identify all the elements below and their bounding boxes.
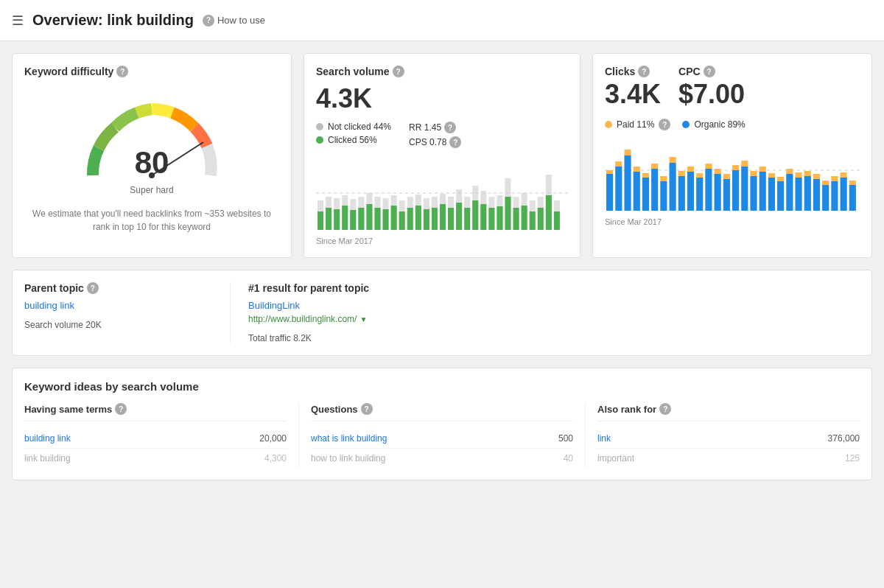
paid-legend: Paid 11% ? (605, 119, 670, 130)
keyword-link[interactable]: link building (24, 453, 71, 463)
svg-rect-48 (497, 206, 502, 230)
svg-rect-114 (831, 181, 838, 211)
svg-rect-14 (358, 208, 364, 230)
svg-rect-116 (841, 178, 847, 211)
site-url-link[interactable]: http://www.buildinglink.com/ (248, 314, 357, 324)
result-title: #1 result for parent topic (248, 282, 860, 294)
svg-rect-79 (670, 157, 676, 163)
ki-col-same-terms-title: Having same terms ? (24, 403, 287, 421)
paid-dot (605, 121, 612, 128)
svg-rect-76 (660, 181, 667, 211)
svg-rect-20 (383, 209, 389, 230)
how-to-use-label: How to use (217, 15, 265, 26)
svg-rect-64 (606, 174, 613, 211)
svg-rect-89 (715, 169, 721, 174)
cc-since-label: Since Mar 2017 (605, 217, 860, 226)
svg-rect-22 (391, 206, 397, 230)
parent-right: #1 result for parent topic BuildingLink … (231, 282, 860, 343)
ki-columns: Having same terms ? building link 20,000… (24, 403, 860, 468)
svg-rect-115 (831, 176, 838, 181)
clicked-legend: Clicked 56% (316, 135, 391, 145)
svg-rect-8 (334, 209, 340, 230)
svg-rect-30 (424, 209, 429, 230)
svg-rect-58 (538, 208, 544, 230)
parent-left: Parent topic ? building link Search volu… (24, 282, 231, 343)
svg-rect-102 (777, 181, 784, 211)
sv-value: 4.3K (316, 83, 568, 114)
cpc-item: CPC ? $7.00 (678, 66, 745, 110)
cc-numbers: Clicks ? 3.4K CPC ? $7.00 (605, 66, 860, 110)
paid-help-icon[interactable]: ? (659, 119, 670, 130)
svg-rect-90 (723, 179, 730, 211)
page-title: Overview: link building (32, 12, 194, 29)
parent-topic-card: Parent topic ? building link Search volu… (12, 270, 872, 356)
svg-rect-84 (696, 178, 703, 211)
keyword-link[interactable]: how to link building (311, 453, 385, 463)
svg-rect-56 (530, 211, 536, 230)
hamburger-icon[interactable]: ☰ (12, 13, 24, 29)
cps-row: CPS 0.78 ? (409, 136, 461, 148)
svg-rect-74 (651, 169, 658, 211)
svg-rect-103 (777, 177, 784, 181)
svg-rect-50 (505, 197, 511, 230)
svg-rect-65 (606, 170, 613, 174)
parent-keyword-link[interactable]: building link (24, 300, 74, 311)
keyword-link[interactable]: building link (24, 433, 71, 444)
how-to-use-icon: ? (203, 15, 214, 27)
svg-rect-96 (750, 176, 757, 211)
clicks-help-icon[interactable]: ? (638, 66, 650, 77)
svg-rect-101 (768, 173, 775, 178)
keyword-volume: 125 (845, 453, 860, 463)
svg-rect-107 (795, 172, 801, 178)
keyword-volume: 40 (564, 453, 573, 463)
keyword-volume: 4,300 (264, 453, 287, 463)
svg-rect-99 (760, 167, 766, 172)
svg-rect-4 (318, 211, 323, 230)
keyword-link[interactable]: what is link building (311, 433, 387, 444)
site-name-link[interactable]: BuildingLink (248, 300, 300, 311)
sv-right-stats: RR 1.45 ? CPS 0.78 ? (409, 122, 461, 151)
svg-rect-111 (813, 174, 820, 179)
list-item: what is link building 500 (311, 429, 573, 449)
kd-help-icon[interactable]: ? (116, 66, 128, 77)
cps-help-icon[interactable]: ? (449, 136, 461, 148)
organic-dot (682, 121, 690, 128)
sv-help-icon[interactable]: ? (393, 66, 404, 77)
svg-rect-110 (813, 179, 820, 211)
also-rank-help-icon[interactable]: ? (659, 403, 671, 415)
svg-rect-72 (642, 178, 649, 211)
svg-rect-24 (399, 211, 405, 230)
cc-legend: Paid 11% ? Organic 89% (605, 119, 860, 133)
list-item: how to link building 40 (311, 449, 573, 468)
cpc-help-icon[interactable]: ? (704, 66, 715, 77)
keyword-link[interactable]: link (597, 433, 611, 444)
list-item: building link 20,000 (24, 429, 287, 449)
svg-rect-81 (678, 171, 685, 176)
svg-rect-105 (786, 169, 793, 174)
clicks-title: Clicks ? (605, 66, 661, 77)
url-dropdown-icon[interactable]: ▼ (359, 315, 367, 323)
parent-topic-row: Parent topic ? building link Search volu… (12, 270, 872, 356)
clicks-value: 3.4K (605, 79, 661, 110)
kd-description: We estimate that you'll need backlinks f… (24, 207, 279, 234)
same-terms-help-icon[interactable]: ? (115, 403, 127, 415)
svg-rect-69 (624, 150, 631, 155)
svg-rect-109 (804, 171, 811, 176)
how-to-use-button[interactable]: ? How to use (203, 15, 265, 27)
svg-rect-87 (705, 164, 712, 169)
parent-search-volume: Search volume 20K (24, 320, 212, 330)
parent-topic-title: Parent topic ? (24, 282, 212, 294)
svg-rect-93 (732, 165, 739, 170)
questions-help-icon[interactable]: ? (361, 403, 373, 415)
svg-rect-42 (472, 200, 478, 230)
header: ☰ Overview: link building ? How to use (0, 0, 884, 41)
svg-rect-80 (678, 176, 685, 211)
svg-rect-28 (415, 206, 421, 230)
svg-rect-108 (804, 176, 811, 211)
list-item: important 125 (597, 449, 860, 468)
svg-rect-98 (760, 172, 766, 211)
keyword-link[interactable]: important (597, 453, 634, 463)
parent-help-icon[interactable]: ? (87, 282, 99, 294)
search-volume-card: Search volume ? 4.3K Not clicked 44% Cli… (304, 53, 580, 258)
rr-help-icon[interactable]: ? (444, 122, 456, 133)
